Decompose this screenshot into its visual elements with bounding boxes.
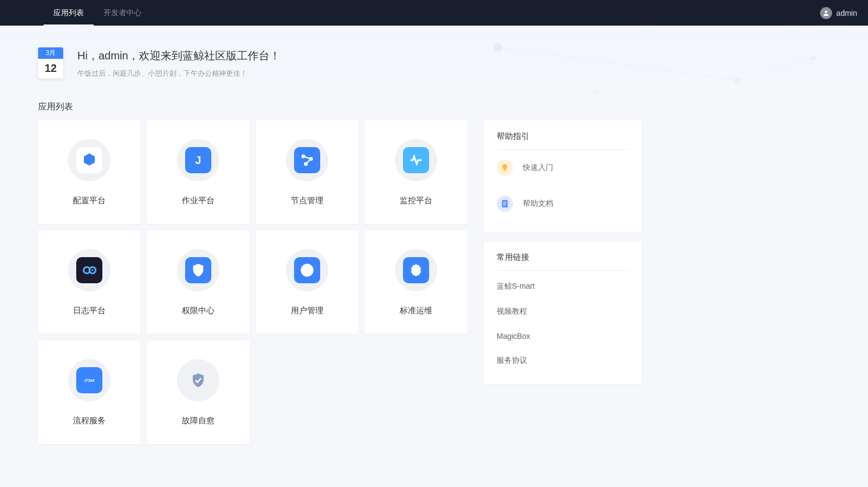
app-label: 作业平台 — [182, 196, 215, 206]
shield-check-icon — [185, 367, 211, 393]
app-icon-wrap: iTSM — [68, 359, 111, 401]
app-icon-wrap — [177, 249, 219, 291]
help-item-1[interactable]: 帮助文档 — [497, 186, 628, 222]
username: admin — [836, 9, 857, 17]
help-label: 快速入门 — [523, 163, 553, 173]
bulb-icon — [497, 160, 513, 176]
app-card-7[interactable]: 标准运维 — [365, 230, 467, 334]
hexagon-icon — [76, 147, 102, 173]
sidebar: 帮助指引 快速入门帮助文档 常用链接 蓝鲸S-mart视频教程MagicBox服… — [484, 120, 641, 444]
nav-tabs: 应用列表 开发者中心 — [44, 0, 151, 26]
app-label: 流程服务 — [73, 416, 106, 426]
svg-text:iTSM: iTSM — [84, 378, 95, 382]
svg-point-16 — [91, 269, 94, 271]
common-links-title: 常用链接 — [497, 252, 628, 271]
app-icon-wrap — [286, 249, 328, 291]
svg-point-0 — [825, 10, 828, 13]
svg-line-13 — [306, 159, 311, 163]
app-grid: 配置平台J作业平台节点管理监控平台日志平台权限中心用户管理标准运维iTSM流程服… — [38, 120, 467, 444]
app-icon-wrap: J — [177, 139, 219, 181]
app-icon-wrap — [68, 139, 111, 181]
tab-developer-center[interactable]: 开发者中心 — [94, 0, 151, 26]
doc-icon — [497, 196, 513, 212]
app-label: 用户管理 — [291, 306, 323, 316]
app-card-2[interactable]: 节点管理 — [256, 120, 358, 224]
common-links-card: 常用链接 蓝鲸S-mart视频教程MagicBox服务协议 — [484, 241, 641, 384]
tab-app-list[interactable]: 应用列表 — [44, 0, 94, 26]
section-title: 应用列表 — [38, 101, 830, 113]
app-icon-wrap — [286, 139, 328, 181]
tab-label: 开发者中心 — [103, 8, 142, 18]
app-card-8[interactable]: iTSM流程服务 — [38, 340, 140, 444]
app-card-5[interactable]: 权限中心 — [147, 230, 249, 334]
svg-point-18 — [305, 266, 309, 270]
help-item-0[interactable]: 快速入门 — [497, 150, 628, 186]
help-guide-title: 帮助指引 — [497, 131, 628, 150]
welcome-title: Hi，admin，欢迎来到蓝鲸社区版工作台！ — [77, 48, 280, 63]
app-card-9[interactable]: 故障自愈 — [147, 340, 249, 444]
welcome-text: Hi，admin，欢迎来到蓝鲸社区版工作台！ 午饭过后，闲庭几步、小憩片刻，下午… — [77, 47, 280, 78]
app-icon-wrap — [395, 249, 437, 291]
svg-text:J: J — [195, 154, 201, 166]
welcome-subtitle: 午饭过后，闲庭几步、小憩片刻，下午办公精神更佳！ — [77, 69, 280, 78]
app-card-6[interactable]: 用户管理 — [256, 230, 358, 334]
svg-point-19 — [414, 268, 418, 272]
help-guide-card: 帮助指引 快速入门帮助文档 — [484, 120, 641, 233]
link-item-3[interactable]: 服务协议 — [497, 348, 628, 373]
app-card-3[interactable]: 监控平台 — [365, 120, 467, 224]
itsm-icon: iTSM — [76, 367, 102, 393]
search-loop-icon — [76, 257, 102, 283]
shield-icon — [185, 257, 211, 283]
pulse-icon — [403, 147, 429, 173]
link-item-2[interactable]: MagicBox — [497, 324, 628, 348]
svg-point-3 — [594, 89, 597, 93]
main-layout: 配置平台J作业平台节点管理监控平台日志平台权限中心用户管理标准运维iTSM流程服… — [38, 120, 830, 444]
app-label: 配置平台 — [73, 196, 106, 206]
date-card: 3月 12 — [38, 47, 63, 78]
app-label: 日志平台 — [73, 306, 106, 316]
link-item-1[interactable]: 视频教程 — [497, 299, 628, 324]
user-menu[interactable]: admin — [820, 7, 857, 19]
nodes-icon — [294, 147, 320, 173]
page-content: 3月 12 Hi，admin，欢迎来到蓝鲸社区版工作台！ 午饭过后，闲庭几步、小… — [0, 26, 868, 466]
app-label: 标准运维 — [400, 306, 432, 316]
topbar: 应用列表 开发者中心 admin — [0, 0, 868, 26]
app-label: 节点管理 — [291, 196, 323, 206]
app-label: 监控平台 — [400, 196, 432, 206]
welcome-banner: 3月 12 Hi，admin，欢迎来到蓝鲸社区版工作台！ 午饭过后，闲庭几步、小… — [38, 47, 830, 78]
app-card-0[interactable]: 配置平台 — [38, 120, 140, 224]
app-card-1[interactable]: J作业平台 — [147, 120, 249, 224]
common-links-list: 蓝鲸S-mart视频教程MagicBox服务协议 — [497, 271, 628, 373]
help-label: 帮助文档 — [523, 199, 553, 209]
avatar-icon — [820, 7, 832, 19]
user-circle-icon — [294, 257, 320, 283]
app-label: 故障自愈 — [182, 416, 215, 426]
link-item-0[interactable]: 蓝鲸S-mart — [497, 274, 628, 299]
app-card-4[interactable]: 日志平台 — [38, 230, 140, 334]
app-icon-wrap — [177, 359, 219, 401]
app-icon-wrap — [68, 249, 111, 291]
help-guide-list: 快速入门帮助文档 — [497, 150, 628, 222]
gear-icon — [403, 257, 429, 283]
tab-label: 应用列表 — [53, 8, 84, 18]
date-month: 3月 — [38, 47, 63, 59]
letter-j-icon: J — [185, 147, 211, 173]
date-day: 12 — [38, 59, 63, 77]
app-icon-wrap — [395, 139, 437, 181]
app-label: 权限中心 — [182, 306, 215, 316]
